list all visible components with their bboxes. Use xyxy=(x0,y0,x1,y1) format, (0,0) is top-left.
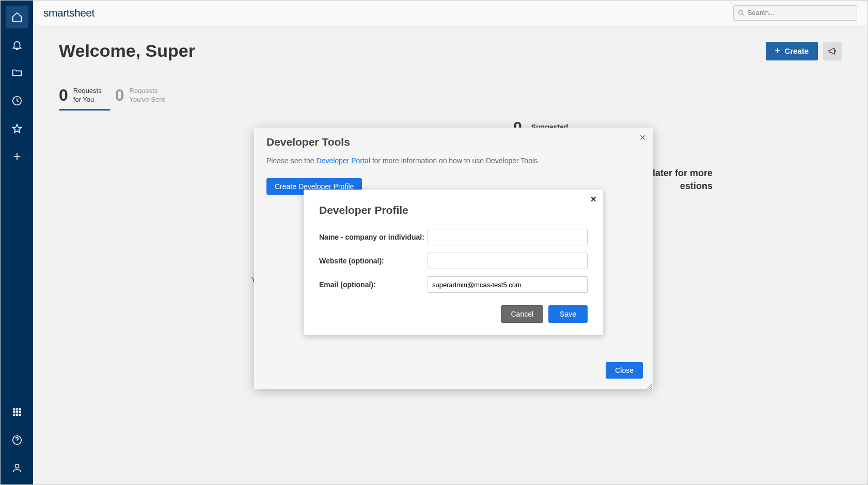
resize-handle-icon[interactable] xyxy=(646,382,652,388)
name-label: Name - company or individual: xyxy=(319,233,428,241)
search-input[interactable] xyxy=(748,9,853,17)
developer-tools-modal: ✕ Developer Tools Please see the Develop… xyxy=(254,128,653,389)
grid-icon xyxy=(11,406,23,418)
plus-icon xyxy=(11,151,23,162)
sidebar-home[interactable] xyxy=(6,6,28,28)
app-root: smartsheet Welcome, Super + Create xyxy=(0,0,868,485)
developer-profile-modal: ✕ Developer Profile Name - company or in… xyxy=(304,190,603,335)
megaphone-icon xyxy=(828,46,837,56)
stat-label: Requests for You xyxy=(73,87,102,104)
name-field[interactable] xyxy=(428,229,588,245)
website-label: Website (optional): xyxy=(319,257,428,265)
user-icon xyxy=(11,462,23,474)
svg-point-11 xyxy=(15,464,19,468)
announcements-button[interactable] xyxy=(823,42,842,60)
svg-point-7 xyxy=(13,414,14,416)
svg-point-9 xyxy=(19,414,20,416)
svg-point-12 xyxy=(739,10,743,14)
stat-count: 0 xyxy=(115,86,124,105)
create-button[interactable]: + Create xyxy=(766,42,818,60)
sidebar-help[interactable] xyxy=(6,429,28,451)
logo: smartsheet xyxy=(43,7,94,19)
email-field[interactable] xyxy=(428,276,588,293)
stat-requests-sent[interactable]: 0 Requests You've Sent xyxy=(115,82,173,111)
website-field[interactable] xyxy=(428,253,588,269)
svg-point-5 xyxy=(16,411,18,413)
help-icon xyxy=(11,434,23,446)
developer-tools-close-button[interactable]: Close xyxy=(606,362,643,379)
stats-row: 0 Requests for You 0 Requests You've Sen… xyxy=(59,82,842,111)
plus-icon: + xyxy=(775,45,781,56)
cancel-button[interactable]: Cancel xyxy=(501,305,543,323)
svg-point-1 xyxy=(13,409,14,410)
star-icon xyxy=(11,123,23,134)
topbar: smartsheet xyxy=(33,1,867,25)
search-box[interactable] xyxy=(733,5,857,21)
svg-point-2 xyxy=(16,409,18,410)
developer-profile-title: Developer Profile xyxy=(319,204,588,216)
page-title: Welcome, Super xyxy=(59,41,195,61)
stat-label: Requests You've Sent xyxy=(130,87,165,104)
sidebar-recent[interactable] xyxy=(6,89,28,112)
main-area: smartsheet Welcome, Super + Create xyxy=(33,1,867,484)
developer-tools-title: Developer Tools xyxy=(266,136,641,148)
svg-point-4 xyxy=(13,411,14,413)
developer-profile-close[interactable]: ✕ xyxy=(590,195,597,204)
suggested-hint: later for more estions xyxy=(653,167,713,193)
clock-icon xyxy=(11,95,23,106)
sidebar-favorites[interactable] xyxy=(6,117,28,140)
sidebar-folders[interactable] xyxy=(6,61,28,84)
sidebar-notifications[interactable] xyxy=(6,34,28,56)
stat-count: 0 xyxy=(59,86,68,105)
svg-point-8 xyxy=(16,414,18,416)
sidebar-account[interactable] xyxy=(6,457,28,479)
save-button[interactable]: Save xyxy=(548,305,588,323)
sidebar-apps[interactable] xyxy=(6,401,28,424)
create-label: Create xyxy=(784,46,809,55)
sidebar-add[interactable] xyxy=(6,145,28,168)
folder-icon xyxy=(11,67,23,79)
svg-point-6 xyxy=(19,411,20,413)
left-sidebar xyxy=(1,1,33,484)
home-icon xyxy=(11,11,23,23)
email-label: Email (optional): xyxy=(319,280,428,289)
header-row: Welcome, Super + Create xyxy=(59,41,842,61)
bell-icon xyxy=(11,39,23,51)
developer-portal-link[interactable]: Developer Portal xyxy=(317,157,370,165)
developer-tools-close[interactable]: ✕ xyxy=(639,133,646,143)
search-icon xyxy=(738,9,745,17)
developer-tools-text: Please see the Developer Portal for more… xyxy=(254,153,653,168)
stat-requests-for-you[interactable]: 0 Requests for You xyxy=(59,82,110,111)
content: Welcome, Super + Create 0 Requests for Y… xyxy=(33,25,867,484)
svg-point-3 xyxy=(19,409,20,410)
